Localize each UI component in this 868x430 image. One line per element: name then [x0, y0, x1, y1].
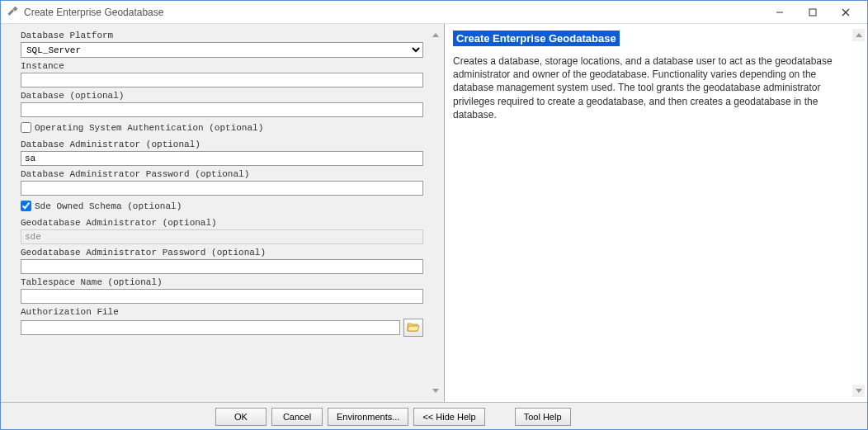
label-sde-schema: Sde Owned Schema (optional)	[35, 201, 182, 211]
field-database: Database (optional)	[14, 89, 427, 117]
input-db-admin[interactable]	[21, 151, 423, 166]
folder-open-icon	[407, 321, 420, 335]
field-database-platform: Database Platform SQL_Server	[14, 29, 427, 58]
hide-help-button[interactable]: << Hide Help	[413, 408, 484, 426]
label-db-admin-pw: Database Administrator Password (optiona…	[14, 168, 427, 181]
window-controls	[763, 2, 862, 23]
scroll-down-icon[interactable]	[429, 385, 441, 397]
input-tablespace[interactable]	[21, 289, 423, 304]
cancel-button[interactable]: Cancel	[271, 408, 323, 426]
button-bar: OK Cancel Environments... << Hide Help T…	[1, 402, 867, 430]
input-gdb-admin	[21, 229, 423, 244]
help-panel: Create Enterprise Geodatabase Creates a …	[445, 24, 867, 402]
input-db-admin-pw[interactable]	[21, 181, 423, 196]
parameters-panel: Database Platform SQL_Server Instance Da…	[1, 24, 445, 402]
field-sde-schema: Sde Owned Schema (optional)	[14, 197, 427, 215]
input-instance[interactable]	[21, 73, 423, 87]
field-os-auth: Operating System Authentication (optiona…	[14, 119, 427, 136]
hammer-icon	[6, 6, 19, 19]
label-db-admin: Database Administrator (optional)	[14, 138, 427, 151]
input-gdb-admin-pw[interactable]	[21, 259, 423, 274]
environments-button[interactable]: Environments...	[328, 408, 408, 426]
maximize-button[interactable]	[796, 2, 829, 23]
tool-help-button[interactable]: Tool Help	[515, 408, 571, 426]
help-body: Creates a database, storage locations, a…	[453, 54, 859, 121]
label-gdb-admin: Geodatabase Administrator (optional)	[14, 216, 427, 229]
field-gdb-admin: Geodatabase Administrator (optional)	[14, 216, 427, 244]
input-database[interactable]	[21, 102, 423, 117]
label-instance: Instance	[14, 59, 427, 73]
help-title: Create Enterprise Geodatabase	[453, 31, 620, 46]
label-tablespace: Tablespace Name (optional)	[14, 276, 427, 289]
titlebar: Create Enterprise Geodatabase	[1, 1, 867, 24]
minimize-button[interactable]	[763, 2, 796, 23]
browse-button[interactable]	[403, 319, 423, 337]
window-title: Create Enterprise Geodatabase	[24, 7, 763, 18]
select-database-platform[interactable]: SQL_Server	[21, 42, 423, 58]
label-database: Database (optional)	[14, 89, 427, 102]
ok-button[interactable]: OK	[215, 408, 267, 426]
field-gdb-admin-pw: Geodatabase Administrator Password (opti…	[14, 246, 427, 274]
left-scrollbar[interactable]	[429, 29, 442, 397]
label-database-platform: Database Platform	[14, 29, 427, 42]
label-auth-file: Authorization File	[14, 305, 427, 319]
label-gdb-admin-pw: Geodatabase Administrator Password (opti…	[14, 246, 427, 259]
checkbox-sde-schema[interactable]	[21, 201, 31, 211]
field-db-admin-pw: Database Administrator Password (optiona…	[14, 168, 427, 196]
field-db-admin: Database Administrator (optional)	[14, 138, 427, 166]
input-auth-file[interactable]	[21, 320, 400, 335]
close-button[interactable]	[829, 2, 862, 23]
svg-rect-1	[809, 9, 816, 16]
scroll-up-icon[interactable]	[852, 29, 865, 41]
label-os-auth: Operating System Authentication (optiona…	[35, 123, 263, 133]
scroll-up-icon[interactable]	[429, 29, 441, 41]
field-tablespace: Tablespace Name (optional)	[14, 276, 427, 304]
right-scrollbar[interactable]	[852, 29, 866, 397]
scroll-down-icon[interactable]	[852, 385, 865, 397]
checkbox-os-auth[interactable]	[21, 122, 31, 133]
field-auth-file: Authorization File	[14, 305, 427, 337]
field-instance: Instance	[14, 59, 427, 87]
